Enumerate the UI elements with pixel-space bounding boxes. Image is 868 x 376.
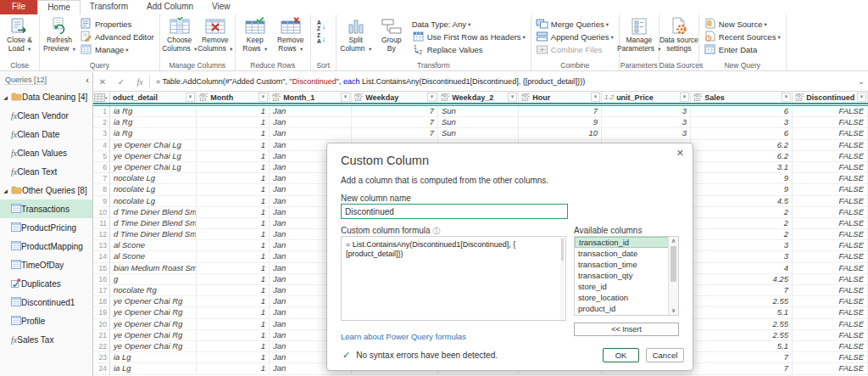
grid-cell[interactable]: 4.5 [691,196,793,207]
grid-cell[interactable]: 7 [519,106,602,117]
ribbon-tab-home[interactable]: Home [37,0,81,14]
advanced-editor-button[interactable]: Advanced Editor [77,31,158,43]
sidebar-item-productpricing[interactable]: ProductPricing [0,218,92,237]
grid-cell[interactable]: 3.1 [691,162,793,173]
grid-cell[interactable]: 1 [197,229,270,240]
grid-cell[interactable]: 1 [197,240,270,251]
grid-cell[interactable]: 1 [197,117,270,128]
grid-cell[interactable]: 3 [691,240,793,251]
grid-cell[interactable]: 1 [197,274,270,285]
row-number[interactable]: 14 [93,251,110,262]
grid-cell[interactable]: 4.25 [691,274,793,285]
available-column-store-id[interactable]: store_id [575,281,670,292]
grid-cell[interactable]: 1 [197,218,270,229]
sidebar-item-transactions[interactable]: Transactions [0,199,92,218]
sidebar-item-data-cleaning-4[interactable]: ◢Data Cleaning [4] [0,87,92,106]
row-number[interactable]: 4 [93,140,110,151]
grid-cell[interactable]: 3 [602,128,691,139]
grid-cell[interactable]: ia Lg [110,363,197,374]
grid-cell[interactable]: FALSE [793,363,868,374]
grid-cell[interactable]: FALSE [793,229,868,240]
grid-cell[interactable]: ye Opener Chai Lg [110,162,197,173]
grid-cell[interactable]: ia Rg [110,128,197,139]
merge-queries-button[interactable]: Merge Queries▾ [533,18,617,31]
grid-cell[interactable]: ye Opener Chai Lg [110,140,197,151]
grid-cell[interactable]: ye Opener Chai Rg [110,296,197,307]
available-column-product-id[interactable]: product_id [575,303,670,314]
available-column-product-category[interactable]: product_category [575,314,670,316]
scroll-up-icon[interactable]: ∧ [669,238,678,244]
keep-rows-button[interactable]: KeepRows ▾ [237,15,273,58]
dialog-close-icon[interactable]: ✕ [676,148,684,159]
grid-cell[interactable]: Jan [270,106,352,117]
grid-cell[interactable]: FALSE [793,184,868,195]
formula-commit-icon[interactable]: ✓ [112,72,131,91]
grid-cell[interactable]: 2.55 [691,330,793,341]
grid-cell[interactable]: 7 [352,117,438,128]
grid-cell[interactable]: FALSE [793,173,868,184]
grid-cell[interactable]: ia Rg [110,106,197,117]
grid-cell[interactable]: 9 [519,117,602,128]
new-column-name-input[interactable] [341,204,568,219]
choose-columns-button[interactable]: ChooseColumns ▾ [162,15,198,58]
grid-cell[interactable]: 6.2 [691,140,793,151]
grid-cell[interactable]: 2 [691,229,793,240]
row-number[interactable]: 10 [93,207,110,218]
grid-cell[interactable]: ye Opener Chai Lg [110,151,197,162]
filter-dropdown-icon[interactable]: ▼ [591,93,600,102]
row-number[interactable]: 1 [93,106,110,117]
grid-cell[interactable]: 6 [691,106,793,117]
grid-cell[interactable]: Sun [438,117,519,128]
ribbon-tab-add-column[interactable]: Add Column [137,0,203,14]
grid-cell[interactable]: FALSE [793,117,868,128]
column-header-hour[interactable]: ABC123Hour▼ [519,92,602,103]
grid-cell[interactable]: 1 [197,251,270,262]
select-all-corner[interactable]: ▾ [93,92,110,103]
grid-cell[interactable]: 3 [602,106,691,117]
grid-cell[interactable]: 1 [197,140,270,151]
grid-cell[interactable]: FALSE [793,106,868,117]
filter-dropdown-icon[interactable]: ▼ [259,93,268,102]
grid-cell[interactable]: FALSE [793,140,868,151]
grid-cell[interactable]: 1 [197,296,270,307]
grid-cell[interactable]: FALSE [793,330,868,341]
row-number[interactable]: 16 [93,274,110,285]
row-number[interactable]: 3 [93,128,110,139]
expand-arrow-icon[interactable]: ◢ [0,94,11,100]
replace-values-button[interactable]: 12Replace Values [409,43,529,56]
grid-cell[interactable]: FALSE [793,341,868,352]
data-source-settings-button[interactable]: Data sourcesettings [661,15,697,58]
grid-cell[interactable]: 1 [197,352,270,363]
ribbon-tab-transform[interactable]: Transform [81,0,137,14]
expand-arrow-icon[interactable]: ◢ [0,188,11,194]
grid-cell[interactable]: d Time Diner Blend Sm [110,207,197,218]
sidebar-item-sales-tax[interactable]: fxSales Tax [0,330,92,349]
ribbon-tab-file[interactable]: File [0,0,37,14]
row-number[interactable]: 5 [93,151,110,162]
close-load-button[interactable]: Close &Load ▾ [2,15,37,58]
available-column-transaction-id[interactable]: transaction_id [575,237,670,248]
grid-cell[interactable]: nocolate Rg [110,285,197,296]
refresh-preview-button[interactable]: RefreshPreview ▾ [42,15,77,58]
grid-cell[interactable]: FALSE [793,218,868,229]
remove-rows-button[interactable]: RemoveRows ▾ [273,15,309,58]
sidebar-item-clean-text[interactable]: fxClean Text [0,162,92,181]
grid-cell[interactable]: 1 [197,207,270,218]
sidebar-item-productmapping[interactable]: ProductMapping [0,237,92,255]
scroll-down-icon[interactable]: ∨ [669,307,678,314]
row-number[interactable]: 23 [93,352,110,363]
use-first-row-as-headers-button[interactable]: Use First Row as Headers▾ [409,31,529,43]
row-number[interactable]: 19 [93,307,110,318]
filter-dropdown-icon[interactable]: ▼ [857,93,866,102]
manage-parameters-button[interactable]: ManageParameters ▾ [621,15,657,58]
grid-cell[interactable]: nocolate Lg [110,184,197,195]
row-number[interactable]: 6 [93,162,110,173]
grid-cell[interactable]: 1 [197,106,270,117]
available-column-transaction-time[interactable]: transaction_time [575,259,670,270]
grid-cell[interactable]: FALSE [793,240,868,251]
sidebar-item-duplicates[interactable]: Duplicates [0,274,92,293]
sidebar-item-discontinued1[interactable]: Discontinued1 [0,293,92,311]
grid-cell[interactable]: 1 [197,128,270,139]
grid-cell[interactable]: nocolate Lg [110,196,197,207]
row-number[interactable]: 20 [93,319,110,330]
